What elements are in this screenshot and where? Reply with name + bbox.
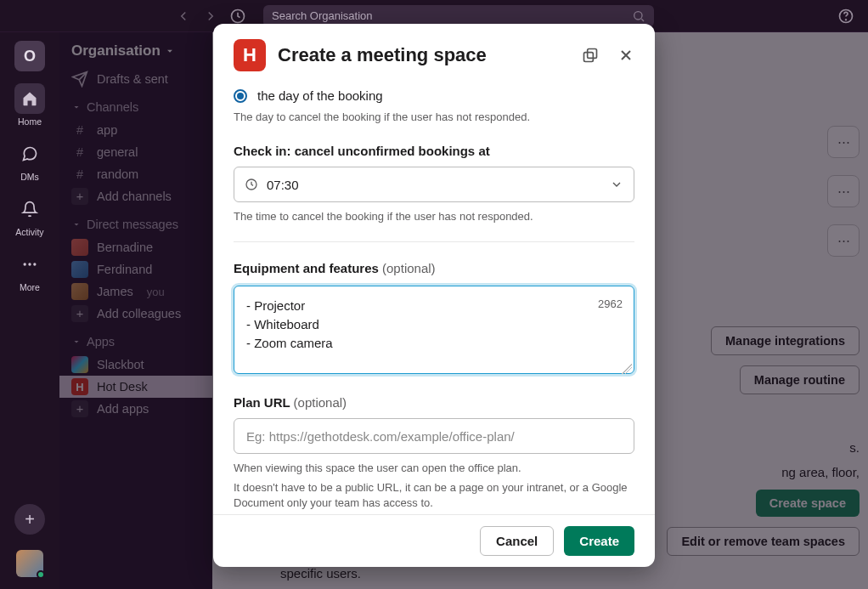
cancel-button[interactable]: Cancel (480, 526, 554, 556)
popout-button[interactable] (582, 47, 599, 64)
button-label: Cancel (496, 534, 538, 548)
create-new-button[interactable]: + (14, 504, 45, 535)
nav-forward-button[interactable] (202, 8, 219, 25)
presence-indicator (37, 570, 45, 579)
close-button[interactable] (617, 47, 634, 64)
plan-url-label: Plan URL (optional) (234, 395, 634, 410)
rail-activity[interactable]: Activity (4, 194, 55, 237)
svg-point-6 (33, 263, 36, 265)
field-label-text: Equipment and features (234, 261, 379, 275)
plan-url-input[interactable] (234, 418, 634, 454)
hotdesk-logo: H (234, 39, 266, 71)
field-label-text: Plan URL (234, 395, 290, 410)
workspace-switcher[interactable]: O (14, 41, 45, 71)
search-icon (632, 9, 645, 23)
radio-help-text: The day to cancel the booking if the use… (234, 110, 634, 125)
svg-point-3 (846, 19, 847, 20)
history-button[interactable] (229, 8, 246, 25)
svg-rect-7 (588, 49, 597, 59)
rail-more[interactable]: More (4, 249, 55, 292)
optional-marker: (optional) (382, 261, 436, 275)
workspace-initial: O (24, 48, 36, 65)
create-meeting-space-modal: H Create a meeting space the day of the … (213, 24, 655, 567)
search-placeholder: Search Organisation (272, 9, 632, 22)
plan-url-help1: When viewing this space the user can ope… (234, 461, 634, 476)
day-of-booking-radio[interactable] (234, 89, 247, 103)
button-label: Create (579, 534, 619, 548)
svg-point-5 (28, 263, 31, 265)
nav-back-button[interactable] (175, 8, 192, 25)
rail-dms[interactable]: DMs (4, 139, 55, 182)
cancel-at-select[interactable]: 07:30 (234, 167, 634, 202)
section-divider (234, 241, 634, 242)
chevron-down-icon (610, 178, 623, 191)
cancel-at-label: Check in: cancel unconfirmed bookings at (234, 144, 634, 158)
plan-url-help2: It doesn't have to be a public URL, it c… (234, 480, 634, 511)
rail-label: Activity (15, 227, 43, 237)
cancel-at-value: 07:30 (267, 178, 299, 192)
rail-home[interactable]: Home (4, 83, 55, 127)
modal-title: Create a meeting space (278, 44, 487, 66)
radio-label: the day of the booking (257, 88, 383, 103)
svg-point-4 (24, 263, 26, 265)
optional-marker: (optional) (294, 395, 347, 410)
rail-label: More (20, 282, 40, 292)
svg-point-1 (634, 11, 642, 19)
help-button[interactable] (837, 8, 854, 25)
equipment-label: Equipment and features (optional) (234, 261, 634, 275)
rail-label: DMs (20, 172, 39, 182)
create-button[interactable]: Create (564, 526, 634, 556)
equipment-textarea[interactable] (234, 286, 634, 374)
rail-label: Home (18, 116, 42, 127)
clock-icon (245, 178, 258, 191)
character-count: 2962 (598, 297, 623, 310)
svg-rect-8 (584, 53, 594, 62)
user-avatar[interactable] (16, 550, 43, 577)
cancel-at-help: The time to cancel the booking if the us… (234, 209, 634, 224)
